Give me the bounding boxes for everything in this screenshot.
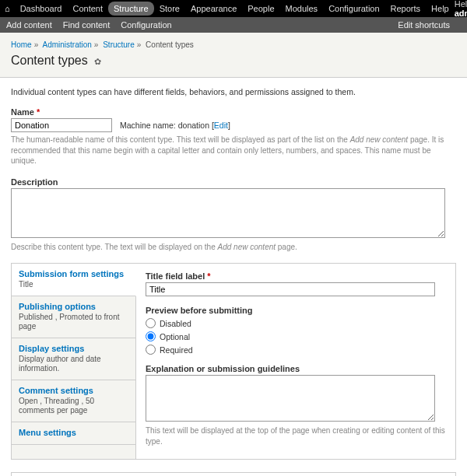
name-input[interactable] (11, 118, 112, 132)
top-menu-store[interactable]: Store (154, 2, 185, 16)
breadcrumb-home[interactable]: Home (11, 40, 32, 49)
vtab-submission-form-settings[interactable]: Submission form settingsTitle (12, 264, 136, 296)
explanation-textarea[interactable] (146, 375, 435, 422)
breadcrumb-admin[interactable]: Administration (42, 40, 91, 49)
preview-radio-disabled[interactable] (146, 318, 156, 328)
top-menu-appearance[interactable]: Appearance (185, 2, 242, 16)
vtab-title: Comment settings (19, 386, 128, 395)
preview-radios: DisabledOptionalRequired (146, 318, 446, 355)
description-field: Description Describe this content type. … (11, 177, 456, 253)
explanation-help: This text will be displayed at the top o… (146, 425, 446, 446)
top-menu-content[interactable]: Content (67, 2, 108, 16)
admin-topbar: ⌂ DashboardContentStructureStoreAppearan… (0, 0, 467, 17)
vtab-comment-settings[interactable]: Comment settingsOpen , Threading , 50 co… (12, 380, 135, 422)
preview-radio-optional[interactable] (146, 331, 156, 341)
name-label: Name * (11, 107, 456, 117)
top-menu-reports[interactable]: Reports (385, 2, 427, 16)
breadcrumb-structure[interactable]: Structure (103, 40, 135, 49)
vtab-menu-settings[interactable]: Menu settings (12, 422, 135, 445)
top-menu: DashboardContentStructureStoreAppearance… (15, 2, 455, 16)
vtab-publishing-options[interactable]: Publishing optionsPublished , Promoted t… (12, 296, 135, 338)
top-menu-structure[interactable]: Structure (108, 2, 154, 16)
name-help: The human-readable name of this content … (11, 135, 456, 166)
vtab-title: Submission form settings (19, 269, 128, 278)
machine-name-edit-link[interactable]: Edit (214, 121, 228, 130)
page-header: Home» Administration» Structure» Content… (0, 33, 467, 78)
vertical-tabs-list: Submission form settingsTitlePublishing … (12, 264, 136, 459)
hello-user: Hello admin (455, 0, 467, 18)
preview-option-required[interactable]: Required (146, 345, 446, 355)
top-menu-people[interactable]: People (242, 2, 279, 16)
vtab-summary: Open , Threading , 50 comments per page (19, 397, 128, 416)
title-field-label-label: Title field label * (146, 271, 446, 281)
shortcut-find-content[interactable]: Find content (63, 20, 111, 30)
breadcrumb: Home» Administration» Structure» Content… (11, 40, 456, 49)
edit-shortcuts-link[interactable]: Edit shortcuts (398, 20, 450, 30)
explanation-label: Explanation or submission guidelines (146, 364, 446, 373)
description-textarea[interactable] (11, 188, 445, 238)
vtab-summary: Title (19, 280, 128, 290)
breadcrumb-current: Content types (146, 40, 194, 49)
top-menu-dashboard[interactable]: Dashboard (15, 2, 68, 16)
preview-option-disabled[interactable]: Disabled (146, 318, 446, 328)
vtab-summary: Published , Promoted to front page (19, 313, 128, 332)
vtab-summary: Display author and date information. (19, 355, 128, 374)
gear-icon[interactable]: ✿ (94, 57, 101, 66)
top-menu-configuration[interactable]: Configuration (323, 2, 384, 16)
vtab-title: Publishing options (19, 302, 128, 311)
vertical-tabs: Submission form settingsTitlePublishing … (11, 263, 456, 460)
shortcut-bar: Add contentFind contentConfiguration Edi… (0, 17, 467, 33)
submission-form-pane: Title field label * Preview before submi… (136, 264, 455, 459)
shortcut-add-content[interactable]: Add content (6, 20, 52, 30)
name-field: Name * Machine name: donation [Edit] The… (11, 107, 456, 166)
shortcut-configuration[interactable]: Configuration (121, 20, 171, 30)
vtab-display-settings[interactable]: Display settingsDisplay author and date … (12, 338, 135, 380)
machine-name: Machine name: donation [Edit] (120, 121, 230, 130)
vtab-title: Menu settings (19, 428, 128, 437)
description-label: Description (11, 177, 456, 187)
top-menu-modules[interactable]: Modules (280, 2, 324, 16)
title-field-label-input[interactable] (146, 282, 435, 296)
preview-option-optional[interactable]: Optional (146, 331, 446, 341)
preview-radio-required[interactable] (146, 345, 156, 355)
description-help: Describe this content type. The text wil… (11, 242, 456, 253)
intro-text: Individual content types can have differ… (11, 87, 456, 96)
content-area: Individual content types can have differ… (0, 78, 467, 476)
top-menu-help[interactable]: Help (426, 2, 455, 16)
page-title: Content types ✿ (11, 54, 456, 68)
payment-settings-fieldset[interactable]: ▸PAYMENT SETTINGS (11, 472, 456, 476)
vtab-title: Display settings (19, 344, 128, 353)
home-icon[interactable]: ⌂ (5, 4, 10, 13)
preview-label: Preview before submitting (146, 306, 446, 315)
